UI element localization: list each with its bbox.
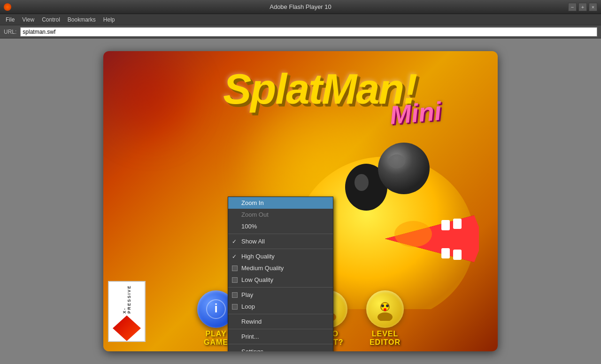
menu-control[interactable]: Control	[38, 14, 64, 25]
ctx-play-check	[232, 292, 238, 298]
svg-point-5	[378, 143, 430, 194]
svg-point-23	[381, 304, 384, 307]
url-input[interactable]	[20, 27, 597, 37]
ctx-low-quality-check	[232, 277, 238, 283]
url-label: URL:	[4, 29, 16, 35]
urlbar: URL:	[0, 25, 601, 38]
svg-point-24	[386, 304, 389, 307]
ctx-sep-5	[228, 329, 333, 329]
svg-rect-9	[441, 248, 450, 258]
ctx-medium-quality[interactable]: Medium Quality	[228, 262, 333, 274]
ctx-100[interactable]: 100%	[228, 220, 333, 232]
ctx-sep-6	[228, 344, 333, 344]
ctx-print[interactable]: Print...	[228, 331, 333, 342]
svg-point-25	[384, 308, 386, 311]
ctx-sep-2	[228, 249, 333, 249]
content-area: SplatMan! Mini	[0, 38, 601, 364]
ctx-rewind[interactable]: Rewind	[228, 316, 333, 327]
svg-point-2	[354, 174, 369, 191]
menu-bookmarks[interactable]: Bookmarks	[64, 14, 100, 25]
ctx-medium-quality-check	[232, 265, 238, 271]
svg-point-6	[388, 154, 405, 168]
ctx-sep-1	[228, 234, 333, 234]
minimize-button[interactable]: −	[568, 3, 577, 11]
context-menu: Zoom In Zoom Out 100% ✓ Show All ✓ High …	[228, 197, 333, 351]
menu-file[interactable]: File	[2, 14, 18, 25]
menu-help[interactable]: Help	[100, 14, 119, 25]
titlebar-left	[4, 3, 11, 11]
ctx-sep-4	[228, 314, 333, 314]
menu-view[interactable]: View	[18, 14, 38, 25]
titlebar: Adobe Flash Player 10 − + ×	[0, 0, 601, 14]
bg-glow-2	[103, 51, 197, 145]
ctx-low-quality[interactable]: Low Quality	[228, 274, 333, 286]
ctx-zoom-out: Zoom Out	[228, 209, 333, 220]
window-title: Adobe Flash Player 10	[270, 3, 331, 10]
ctx-show-all-check: ✓	[232, 238, 237, 245]
ctx-high-quality-check: ✓	[232, 253, 237, 260]
ctx-show-all[interactable]: ✓ Show All	[228, 235, 333, 247]
svg-text:i: i	[214, 301, 217, 315]
window-icon	[4, 3, 11, 11]
game-title: SplatMan!	[223, 65, 416, 114]
ctx-zoom-in[interactable]: Zoom In	[228, 197, 333, 209]
play-game-label: PLAYGAME	[204, 330, 228, 347]
xpressive-mark	[113, 315, 141, 341]
maximize-button[interactable]: +	[578, 3, 587, 11]
flash-stage: SplatMan! Mini	[103, 51, 498, 351]
level-editor-button[interactable]: LEVELEDITOR	[357, 290, 413, 347]
svg-rect-10	[453, 250, 462, 260]
ctx-sep-3	[228, 287, 333, 288]
menubar: File View Control Bookmarks Help	[0, 14, 601, 25]
level-editor-label: LEVELEDITOR	[370, 330, 401, 347]
ctx-play[interactable]: Play	[228, 289, 333, 301]
ctx-loop[interactable]: Loop	[228, 301, 333, 312]
ctx-high-quality[interactable]: ✓ High Quality	[228, 250, 333, 262]
close-button[interactable]: ×	[589, 3, 597, 11]
xpressive-logo: X-PRESSIVE	[108, 281, 146, 342]
ctx-loop-check	[232, 304, 238, 310]
xpressive-text: X-PRESSIVE	[122, 282, 131, 313]
svg-rect-7	[441, 220, 450, 230]
svg-point-21	[378, 312, 393, 321]
window-controls[interactable]: − + ×	[568, 3, 597, 11]
level-editor-icon	[366, 290, 404, 328]
svg-point-11	[394, 221, 432, 247]
ctx-settings[interactable]: Settings...	[228, 346, 333, 351]
svg-rect-8	[453, 219, 462, 229]
